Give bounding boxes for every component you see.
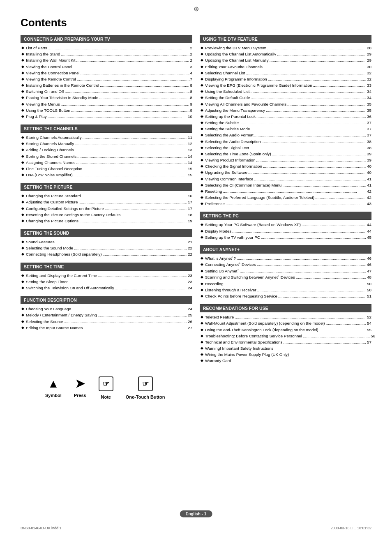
item-dots: ........................................… (319, 327, 367, 333)
item-page: 56 (371, 333, 375, 339)
legend-item-note: ☞Note (99, 376, 113, 399)
legend-label-one-touch: One-Touch Button (126, 395, 165, 399)
diamond-icon: ◆ (21, 218, 24, 224)
list-item: ◆Check Points before Requesting Service.… (201, 293, 371, 299)
item-dots: ........................................… (69, 279, 187, 285)
press-icon: ➤ (75, 378, 85, 390)
item-page: 23 (188, 279, 192, 285)
list-item: ◆Warranty Card (201, 358, 371, 364)
item-dots: ........................................… (55, 239, 187, 245)
item-label: Installing the Wall Mount Kit (26, 57, 76, 63)
item-page: 14 (188, 153, 192, 159)
item-page: 9 (190, 107, 192, 113)
diamond-icon: ◆ (201, 256, 203, 261)
diamond-icon: ◆ (21, 58, 24, 63)
item-page: 22 (188, 251, 192, 257)
item-label: Viewing the Remote Control (26, 76, 76, 82)
item-dots: ........................................… (75, 147, 187, 153)
item-page: 41 (367, 176, 371, 182)
item-label: Setting up Your PC Software (Based on Wi… (205, 222, 301, 228)
item-label: Setting up the TV with your PC (205, 234, 260, 240)
item-label: Switching On and Off (26, 88, 64, 95)
section-items-connecting: ◆List of Parts..........................… (21, 45, 192, 120)
item-label: Listening through a Receiver (205, 287, 256, 293)
item-page: 38 (367, 145, 371, 151)
item-label: Checking the Signal Information (205, 163, 262, 169)
list-item: ◆Wiring the Mains Power Supply Plug (UK … (201, 351, 371, 358)
item-dots: ........................................… (226, 201, 366, 207)
diamond-icon: ◆ (201, 352, 203, 358)
item-page: 47 (367, 268, 371, 274)
diamond-icon: ◆ (21, 279, 24, 285)
item-dots: ........................................… (99, 95, 189, 101)
diamond-icon: ◆ (21, 252, 24, 257)
item-label: Resetting (205, 188, 222, 194)
diamond-icon: ◆ (201, 157, 203, 163)
section-picture: SETTING THE PICTURE◆Changing the Picture… (21, 183, 192, 224)
item-dots: ........................................… (74, 245, 187, 251)
item-page: 32 (367, 70, 371, 76)
item-page: 24 (188, 306, 192, 312)
item-page: 24 (188, 285, 192, 291)
list-item: ◆Setting the Subtitle Mode..............… (201, 126, 371, 132)
item-page: 37 (367, 132, 371, 138)
diamond-icon: ◆ (201, 51, 203, 57)
item-page: 29 (367, 57, 371, 63)
diamond-icon: ◆ (21, 89, 24, 95)
item-dots: ........................................… (250, 88, 366, 95)
diamond-icon: ◆ (201, 339, 203, 345)
item-dots: ........................................… (100, 82, 189, 88)
diamond-icon: ◆ (21, 312, 24, 318)
item-page: 9 (190, 101, 192, 107)
section-header-recommendations: RECOMMENDATIONS FOR USE (200, 304, 371, 312)
item-dots: ........................................… (254, 176, 366, 182)
item-label: Changing the Picture Options (26, 218, 78, 224)
item-page: 7 (190, 76, 192, 82)
section-items-recommendations: ◆Teletext Feature.......................… (200, 314, 371, 364)
section-recommendations: RECOMMENDATIONS FOR USE◆Teletext Feature… (200, 304, 371, 364)
diamond-icon: ◆ (21, 206, 24, 212)
footer-right: 2008-03-18 □ □ 10:01:32 (331, 526, 371, 530)
list-item: ◆Adding / Locking Channels..............… (21, 147, 192, 153)
item-label: Connecting Anynet+ Devices (205, 261, 256, 268)
item-dots: ........................................… (251, 95, 366, 101)
item-page: 57 (367, 339, 371, 345)
note-icon: ☞ (99, 376, 113, 391)
list-item: ◆Connecting Headphones (Sold separately)… (21, 251, 192, 257)
section-header-function: FUNCTION DESCRIPTION (21, 296, 192, 304)
item-dots: ........................................… (224, 281, 366, 287)
diamond-icon: ◆ (201, 262, 203, 268)
item-label: Updating the Channel List Automatically (205, 51, 276, 57)
list-item: ◆Setting the Default Guide..............… (201, 95, 371, 101)
list-item: ◆Checking the Signal Information........… (201, 163, 371, 169)
symbol-icon: ▲ (48, 378, 59, 390)
item-page: 22 (188, 245, 192, 251)
item-label: Wall-Mount Adjustment (Sold separately) … (205, 320, 325, 326)
list-item: ◆Selecting the Source...................… (21, 318, 192, 325)
item-page: 42 (367, 194, 371, 201)
list-item: ◆Technical and Environmental Specificati… (201, 339, 371, 345)
section-header-picture: SETTING THE PICTURE (21, 183, 192, 191)
item-dots: ........................................… (61, 101, 189, 107)
item-page: 3 (190, 64, 192, 70)
item-page: 26 (188, 318, 192, 325)
item-page: 40 (367, 169, 371, 175)
item-dots: ........................................… (98, 312, 187, 318)
item-page: 27 (188, 325, 192, 331)
item-page: 40 (367, 163, 371, 169)
list-item: ◆Setting the Sleep Timer................… (21, 279, 192, 285)
item-dots: ........................................… (81, 70, 189, 76)
item-label: Preference (205, 201, 225, 207)
item-label: LNA (Low Noise Amplifier) (26, 172, 73, 178)
section-function: FUNCTION DESCRIPTION◆Choosing Your Langu… (21, 296, 192, 331)
item-dots: ........................................… (232, 228, 366, 234)
item-label: Selecting the Time Zone (Spain only) (205, 151, 271, 157)
item-page: 43 (367, 201, 371, 207)
diamond-icon: ◆ (201, 126, 203, 132)
item-page: 50 (367, 287, 371, 293)
diamond-icon: ◆ (201, 45, 203, 51)
list-item: ◆Teletext Feature.......................… (201, 314, 371, 320)
section-header-sound: SETTING THE SOUND (21, 229, 192, 237)
list-item: ◆Scanning and Switching between Anynet+ … (201, 274, 371, 280)
list-item: ◆Viewing the Remote Control.............… (21, 76, 192, 82)
